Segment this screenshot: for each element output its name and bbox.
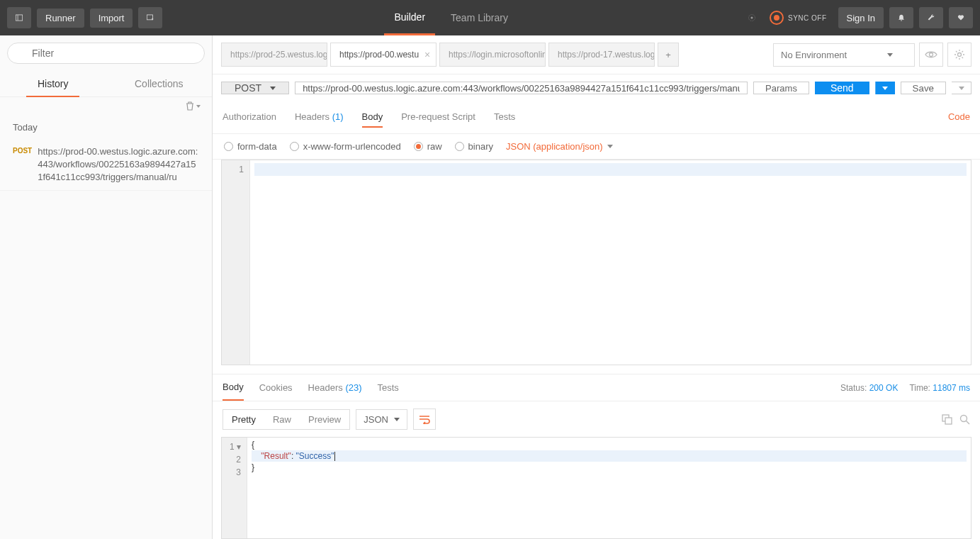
content-type-select[interactable]: JSON (application/json) (506, 141, 613, 152)
request-tab-label: https://prod-00.westu (339, 50, 419, 60)
code-indent (252, 451, 261, 461)
history-group-today: Today (0, 115, 212, 140)
svg-point-13 (961, 415, 967, 421)
response-tabs: Body Cookies Headers (23) Tests Status: … (213, 374, 980, 401)
wrench-icon (928, 13, 935, 23)
eye-icon (925, 50, 937, 59)
sidebar: History Collections Today POST https://p… (0, 35, 213, 539)
content: https://prod-25.westus.logic https://pro… (213, 35, 980, 539)
close-icon[interactable]: × (424, 49, 430, 60)
svg-line-14 (967, 421, 970, 424)
response-toolbar: Pretty Raw Preview JSON (213, 401, 980, 437)
request-tab[interactable]: https://prod-25.westus.logic (221, 43, 327, 67)
status-value: 200 OK (869, 383, 899, 393)
history-item-method: POST (13, 147, 32, 155)
radio-icon (290, 142, 299, 151)
response-format-select[interactable]: JSON (356, 409, 407, 430)
environment-select[interactable]: No Environment (773, 43, 915, 67)
url-input[interactable] (295, 82, 748, 94)
bodytype-label: raw (427, 141, 442, 152)
request-tab[interactable]: https://prod-00.westu× (330, 43, 437, 67)
code-link[interactable]: Code (948, 107, 970, 128)
new-window-button[interactable] (138, 7, 162, 28)
mode-team-library[interactable]: Team Library (441, 0, 518, 35)
code-token: } (252, 462, 254, 472)
filter-input[interactable] (7, 43, 205, 64)
request-tab-label: https://login.microsoftonlin (449, 50, 546, 60)
save-caret[interactable] (952, 82, 971, 94)
radio-icon (224, 142, 233, 151)
resp-tab-body[interactable]: Body (223, 374, 244, 401)
sync-label: SYNC OFF (788, 14, 827, 22)
notifications-button[interactable] (889, 7, 913, 28)
chevron-down-icon (882, 87, 888, 90)
env-settings-button[interactable] (947, 43, 971, 67)
subtab-prerequest[interactable]: Pre-request Script (401, 107, 475, 128)
viewmode-pretty[interactable]: Pretty (223, 410, 264, 429)
subtab-tests[interactable]: Tests (494, 107, 515, 128)
sidebar-tab-collections[interactable]: Collections (106, 71, 213, 96)
history-item[interactable]: POST https://prod-00.westus.logic.azure.… (0, 140, 212, 191)
params-button[interactable]: Params (753, 82, 809, 94)
editor-code[interactable]: { "Result": "Success" } (247, 438, 971, 538)
bodytype-formdata[interactable]: form-data (224, 141, 277, 152)
sync-status[interactable]: SYNC OFF (770, 11, 827, 25)
request-body-editor[interactable]: 1 (221, 160, 971, 365)
send-caret[interactable] (875, 82, 895, 94)
chevron-down-icon (394, 418, 400, 421)
heart-button[interactable] (949, 7, 973, 28)
viewmode-preview[interactable]: Preview (300, 410, 349, 429)
env-preview-button[interactable] (919, 43, 943, 67)
code-token: "Success" (296, 451, 334, 461)
editor-code[interactable] (250, 160, 971, 365)
subtab-authorization[interactable]: Authorization (223, 107, 276, 128)
environment-label: No Environment (781, 50, 847, 60)
request-tab-label: https://prod-25.westus.logic (230, 50, 327, 60)
bodytype-row: form-data x-www-form-urlencoded raw bina… (213, 134, 980, 160)
copy-response-button[interactable] (942, 414, 952, 425)
toggle-sidebar-button[interactable] (7, 7, 31, 28)
wrap-toggle[interactable] (413, 409, 436, 430)
mode-builder[interactable]: Builder (384, 0, 435, 35)
import-button[interactable]: Import (90, 9, 133, 28)
request-tab[interactable]: https://prod-17.westus.logic (548, 43, 655, 67)
subtab-body[interactable]: Body (362, 107, 383, 128)
code-token: { (252, 440, 254, 450)
save-button[interactable]: Save (901, 82, 946, 94)
request-tab-label: https://prod-17.westus.logic (558, 50, 655, 60)
viewmode-raw[interactable]: Raw (264, 410, 300, 429)
chevron-down-icon (959, 87, 964, 90)
bodytype-raw[interactable]: raw (414, 141, 442, 152)
bodytype-urlencoded[interactable]: x-www-form-urlencoded (290, 141, 401, 152)
topbar: Runner Import Builder Team Library SYNC … (0, 0, 980, 35)
clear-history-button[interactable] (186, 101, 201, 111)
sidebar-tab-history[interactable]: History (0, 71, 106, 96)
add-tab-button[interactable]: + (658, 43, 679, 67)
chevron-down-icon (607, 145, 613, 148)
subtab-headers[interactable]: Headers (1) (295, 107, 344, 128)
search-response-button[interactable] (959, 414, 970, 425)
signin-button[interactable]: Sign In (838, 7, 884, 28)
trash-icon (186, 101, 194, 111)
resp-tab-tests[interactable]: Tests (378, 375, 399, 400)
bodytype-binary[interactable]: binary (455, 141, 493, 152)
send-button[interactable]: Send (815, 82, 869, 94)
settings-button[interactable] (919, 7, 943, 28)
response-editor[interactable]: 1 ▾23 { "Result": "Success" } (221, 437, 971, 539)
editor-gutter: 1 (222, 160, 250, 365)
subtab-count: (1) (332, 111, 344, 122)
capture-button[interactable] (740, 7, 764, 28)
resp-tab-cookies[interactable]: Cookies (259, 375, 293, 400)
svg-point-6 (750, 17, 753, 19)
request-tab[interactable]: https://login.microsoftonlin (439, 43, 546, 67)
runner-button[interactable]: Runner (37, 9, 84, 28)
copy-icon (942, 414, 952, 425)
viewmode-segment: Pretty Raw Preview (223, 409, 350, 430)
bodytype-label: x-www-form-urlencoded (303, 141, 401, 152)
method-label: POST (235, 82, 261, 94)
sync-icon (770, 11, 784, 25)
resp-tab-headers[interactable]: Headers (23) (308, 375, 362, 400)
bodytype-label: binary (468, 141, 493, 152)
method-select[interactable]: POST (221, 82, 289, 94)
response-meta: Status: 200 OK Time: 11807 ms (840, 383, 970, 393)
